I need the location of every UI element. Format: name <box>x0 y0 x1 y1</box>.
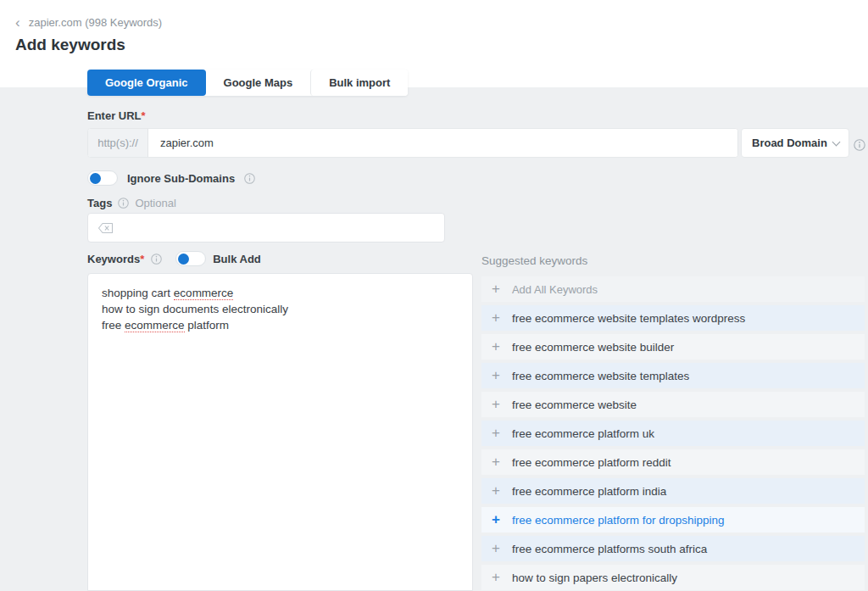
plus-icon: + <box>492 339 500 354</box>
suggested-keyword-label: free ecommerce website <box>512 399 637 411</box>
content-area: Enter URL* http(s):// Broad Domain Ignor… <box>0 87 868 591</box>
keywords-label: Keywords* <box>87 253 144 265</box>
suggested-keyword-label: free ecommerce website templates <box>512 370 689 382</box>
bulk-add-label: Bulk Add <box>213 253 261 265</box>
suggested-keyword-row[interactable]: +free ecommerce website templates <box>481 363 865 388</box>
add-all-keywords-label: Add All Keywords <box>512 283 598 296</box>
suggested-keyword-row[interactable]: +free ecommerce platforms south africa <box>481 536 865 561</box>
url-input[interactable] <box>148 129 737 157</box>
suggested-keyword-row[interactable]: +free ecommerce platform india <box>481 478 865 504</box>
plus-icon: + <box>492 397 500 411</box>
tags-label-row: Tags Optional <box>87 195 176 210</box>
suggested-keyword-row[interactable]: +free ecommerce platform reddit <box>481 449 865 475</box>
plus-icon: + <box>492 282 500 296</box>
tag-clear-icon <box>97 222 114 234</box>
domain-type-select[interactable]: Broad Domain <box>741 128 849 158</box>
plus-icon: + <box>492 368 500 382</box>
suggested-keyword-label: free ecommerce website builder <box>512 341 674 354</box>
suggested-keyword-label: free ecommerce platform uk <box>512 427 654 440</box>
toggle-knob <box>90 173 101 184</box>
domain-type-value: Broad Domain <box>752 137 827 149</box>
suggested-keyword-label: free ecommerce platform reddit <box>512 456 671 469</box>
suggested-keyword-label: free ecommerce website templates wordpre… <box>512 312 745 325</box>
info-icon[interactable] <box>118 195 129 210</box>
suggested-keyword-label: free ecommerce platform india <box>512 485 666 498</box>
suggested-keyword-label: how to sign papers electronically <box>512 571 677 584</box>
keywords-label-row: Keywords* Bulk Add <box>87 251 261 266</box>
suggested-keyword-row[interactable]: +free ecommerce website templates wordpr… <box>481 305 865 331</box>
required-mark: * <box>140 253 144 265</box>
suggested-keyword-row[interactable]: +free ecommerce website <box>481 392 865 417</box>
plus-icon: + <box>492 426 500 440</box>
ignore-subdomains-label: Ignore Sub-Domains <box>127 172 235 185</box>
plus-icon: + <box>492 483 500 498</box>
tags-label: Tags <box>87 197 112 209</box>
tab-bar: Google OrganicGoogle MapsBulk import <box>87 70 408 96</box>
plus-icon: + <box>492 512 500 527</box>
breadcrumb[interactable]: ‹ zapier.com (998 Keywords) <box>15 16 162 29</box>
keywords-textarea[interactable]: shopping cart ecommercehow to sign docum… <box>87 273 473 591</box>
suggested-keywords-title: Suggested keywords <box>481 254 865 267</box>
chevron-down-icon <box>832 137 841 146</box>
plus-icon: + <box>492 570 500 584</box>
bulk-add-toggle[interactable] <box>175 251 206 266</box>
suggested-keywords-panel: Suggested keywords + Add All Keywords +f… <box>481 254 865 591</box>
suggested-keyword-row[interactable]: +free ecommerce platform uk <box>481 421 865 446</box>
toggle-knob <box>178 254 189 265</box>
suggested-keyword-label: free ecommerce platforms south africa <box>512 543 707 555</box>
suggested-list: +free ecommerce website templates wordpr… <box>481 305 865 591</box>
info-icon[interactable] <box>854 137 865 152</box>
tab-google-organic[interactable]: Google Organic <box>87 70 206 96</box>
back-chevron-icon[interactable]: ‹ <box>15 17 20 28</box>
suggested-keyword-row[interactable]: +free ecommerce platform for dropshippin… <box>481 507 865 532</box>
required-mark: * <box>142 109 146 122</box>
url-protocol-prefix: http(s):// <box>88 129 148 157</box>
tags-input[interactable] <box>87 213 445 243</box>
plus-icon: + <box>492 541 500 555</box>
tab-google-maps[interactable]: Google Maps <box>206 70 311 96</box>
tags-optional-label: Optional <box>135 197 175 209</box>
suggested-keyword-row[interactable]: +how to sign papers electronically <box>481 565 865 590</box>
breadcrumb-label: zapier.com (998 Keywords) <box>29 16 163 29</box>
info-icon[interactable] <box>244 170 255 186</box>
plus-icon: + <box>492 454 500 469</box>
page-title: Add keywords <box>15 36 125 54</box>
plus-icon: + <box>492 310 500 325</box>
url-input-group: http(s):// <box>87 128 738 158</box>
enter-url-label: Enter URL* <box>87 109 146 122</box>
suggested-keyword-row[interactable]: +free ecommerce website builder <box>481 334 865 360</box>
ignore-subdomains-toggle[interactable] <box>87 170 118 186</box>
tab-bulk-import[interactable]: Bulk import <box>310 70 408 96</box>
suggested-keyword-label: free ecommerce platform for dropshipping <box>512 514 725 527</box>
add-all-keywords-button[interactable]: + Add All Keywords <box>481 276 865 302</box>
info-icon[interactable] <box>151 251 162 266</box>
ignore-subdomains-row: Ignore Sub-Domains <box>87 170 255 186</box>
